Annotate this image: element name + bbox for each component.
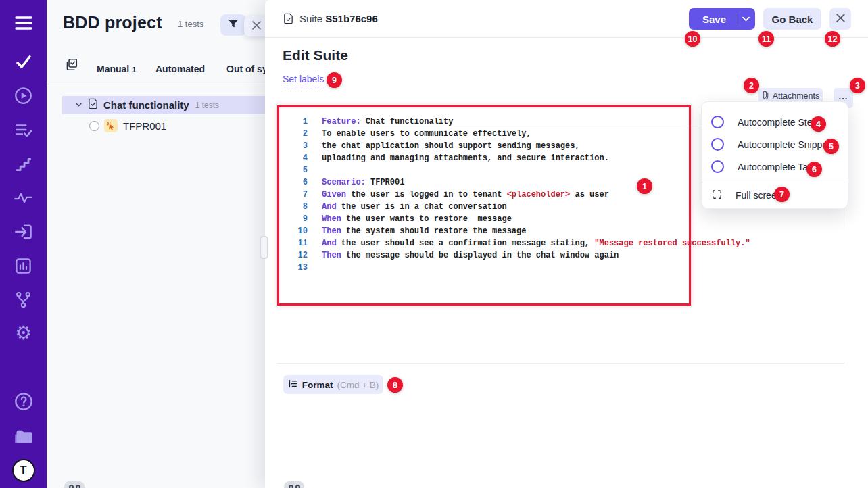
page-title: Edit Suite [283,47,348,64]
steps-icon[interactable] [0,155,47,173]
radio-icon[interactable] [89,121,99,131]
annotation-badge: 9 [327,72,342,88]
overlay-header: SuiteS51b76c96 Save Go Back [265,0,868,38]
annotation-highlight-box [277,105,691,306]
pulse-icon[interactable] [0,190,47,206]
close-icon [836,14,845,24]
suite-breadcrumb: SuiteS51b76c96 [299,13,378,24]
app-logo[interactable]: T [0,459,47,482]
select-all-icon[interactable] [65,58,78,74]
overlay-close-button[interactable] [829,8,851,30]
suite-tests-count: 1 tests [195,101,219,110]
go-back-button[interactable]: Go Back [763,8,821,30]
annotation-badge: 3 [850,78,865,93]
annotation-badge: 1 [637,178,652,194]
tab-automated[interactable]: Automated [155,64,205,74]
suite-id: S51b76c96 [325,13,378,24]
analytics-icon[interactable] [0,257,47,275]
clipped-pill [64,481,85,488]
menu-item-autocomplete-tags[interactable]: Autocomplete Tags [702,155,848,178]
suite-name: Chat functionality [103,99,189,111]
help-icon[interactable] [0,392,47,411]
check-icon[interactable] [0,54,47,70]
radio-icon[interactable] [711,116,724,128]
annotation-badge: 8 [387,377,403,393]
project-title: BDD project [63,13,162,32]
tab-manual[interactable]: Manual1 [97,64,137,74]
annotation-badge: 4 [811,116,826,132]
settings-icon[interactable]: ⚙ [0,324,47,343]
radio-icon[interactable] [711,138,724,151]
indent-icon [288,379,298,391]
import-icon[interactable] [0,222,47,241]
sidebar-rail: ⚙ T [0,0,47,488]
click-test-icon [104,119,118,132]
menu-icon[interactable] [0,15,47,31]
tabs-divider [47,84,265,84]
format-button[interactable]: Format (Cmd + B) [283,375,383,394]
annotation-badge: 11 [758,31,774,47]
annotation-badge: 6 [806,162,822,177]
chevron-down-icon[interactable] [74,99,83,112]
docs-icon[interactable] [0,427,47,445]
test-runs-icon[interactable] [0,122,47,139]
fullscreen-icon [711,189,723,202]
file-check-icon [283,13,293,27]
branch-icon[interactable] [0,291,47,309]
file-check-icon [88,98,98,112]
tab-out-of-sync[interactable]: Out of sy [226,64,265,74]
set-labels-link[interactable]: Set labels [283,74,324,87]
tests-panel: BDD project 1 tests Manual1 Automated Ou… [47,0,265,488]
caret-down-icon[interactable] [736,16,755,22]
filter-icon [228,19,239,32]
edit-suite-overlay: SuiteS51b76c96 Save Go Back Edit Suite S… [265,0,868,488]
save-button[interactable]: Save [689,8,755,30]
panel-resize-handle[interactable] [260,236,268,259]
clipped-pill [284,481,304,488]
paperclip-icon [762,91,769,101]
annotation-badge: 2 [744,78,759,93]
radio-icon[interactable] [711,160,724,173]
filter-button[interactable] [220,14,246,36]
annotation-badge: 5 [823,139,839,154]
close-icon [252,21,261,32]
tree-row-test[interactable]: TFPR001 [62,116,265,135]
annotation-badge: 7 [774,187,790,202]
play-circle-icon[interactable] [0,87,47,105]
annotation-badge: 10 [685,31,700,47]
tree-row-suite[interactable]: Chat functionality 1 tests [62,96,265,114]
panel-close-button[interactable] [244,16,265,36]
project-tests-count: 1 tests [178,19,203,29]
annotation-badge: 12 [825,31,840,47]
test-name: TFPR001 [123,120,166,132]
